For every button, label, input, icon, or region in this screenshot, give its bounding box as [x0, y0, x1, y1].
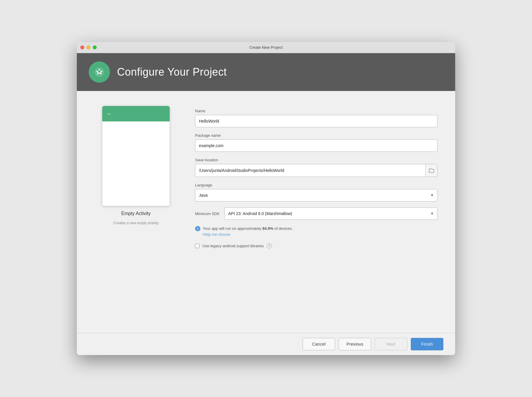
sdk-select[interactable]: API 23: Android 6.0 (Marshmallow) API 16… — [224, 207, 437, 220]
package-group: Package name — [195, 133, 437, 152]
save-location-field — [195, 164, 437, 177]
right-panel: Name Package name Save location — [195, 106, 437, 318]
previous-button[interactable]: Previous — [339, 338, 371, 350]
svg-point-1 — [98, 70, 100, 73]
info-text: Your app will run on approximately 84.9%… — [203, 226, 293, 237]
page-title: Configure Your Project — [117, 66, 227, 78]
title-bar: Create New Project — [77, 42, 455, 53]
activity-name: Empty Activity — [121, 211, 151, 216]
activity-desc: Creates a new empty activity — [113, 221, 158, 225]
phone-body — [102, 121, 170, 206]
name-group: Name — [195, 109, 437, 127]
footer: Cancel Previous Next Finish — [77, 333, 455, 355]
next-button[interactable]: Next — [375, 338, 407, 350]
legacy-checkbox[interactable] — [195, 244, 200, 248]
sdk-label: Minimum SDK — [195, 211, 220, 216]
save-location-input[interactable] — [195, 164, 425, 177]
save-location-label: Save location — [195, 158, 437, 162]
window-title: Create New Project — [249, 45, 283, 50]
maximize-button[interactable] — [93, 45, 97, 49]
legacy-help-icon[interactable]: ? — [267, 243, 272, 248]
legacy-checkbox-row: Use legacy android.support libraries ? — [195, 243, 437, 248]
language-group: Language Java Kotlin ▼ — [195, 183, 437, 201]
traffic-lights — [80, 45, 97, 49]
info-percentage: 84.9% — [262, 226, 273, 231]
back-arrow-icon: ← — [106, 110, 112, 117]
sdk-select-wrapper: API 23: Android 6.0 (Marshmallow) API 16… — [224, 207, 437, 220]
help-link[interactable]: Help me choose — [203, 232, 231, 237]
save-location-group: Save location — [195, 158, 437, 177]
name-input[interactable] — [195, 115, 437, 127]
legacy-checkbox-label: Use legacy android.support libraries — [202, 244, 264, 248]
phone-preview: ← — [102, 106, 170, 206]
header: Configure Your Project — [77, 53, 455, 91]
info-icon: i — [195, 226, 200, 231]
minimize-button[interactable] — [87, 45, 90, 49]
name-label: Name — [195, 109, 437, 113]
sdk-row: Minimum SDK API 23: Android 6.0 (Marshma… — [195, 207, 437, 220]
phone-toolbar: ← — [102, 106, 170, 121]
info-suffix: of devices. — [273, 226, 293, 231]
package-input[interactable] — [195, 139, 437, 152]
language-label: Language — [195, 183, 437, 187]
finish-button[interactable]: Finish — [411, 338, 443, 350]
cancel-button[interactable]: Cancel — [303, 338, 335, 350]
main-window: Create New Project Configure Your Projec… — [77, 42, 455, 355]
close-button[interactable] — [80, 45, 84, 49]
main-content: ← Empty Activity Creates a new empty act… — [77, 91, 455, 333]
android-logo — [89, 61, 110, 83]
left-panel: ← Empty Activity Creates a new empty act… — [95, 106, 177, 318]
package-label: Package name — [195, 133, 437, 138]
info-prefix: Your app will run on approximately — [203, 226, 262, 231]
folder-browse-button[interactable] — [425, 164, 437, 177]
language-select[interactable]: Java Kotlin — [195, 189, 437, 201]
language-select-wrapper: Java Kotlin ▼ — [195, 189, 437, 201]
info-row: i Your app will run on approximately 84.… — [195, 226, 437, 237]
